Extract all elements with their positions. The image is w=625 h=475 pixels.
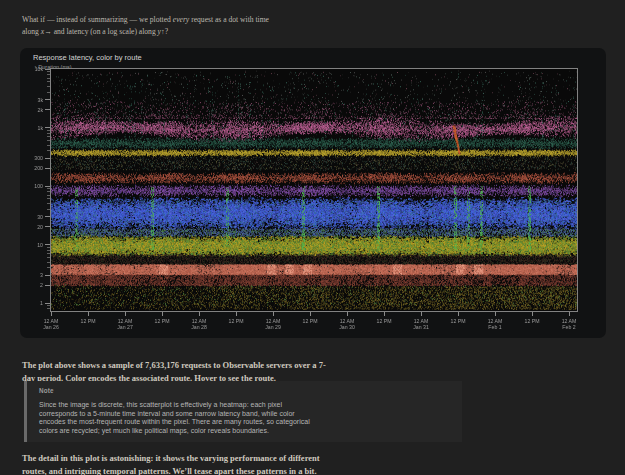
x-tick-label-line: Jan 30	[331, 324, 363, 330]
x-tick-label: 12 AMJan 28	[183, 318, 215, 330]
x-tick-label: 12 AMJan 26	[35, 318, 67, 330]
x-tick-label-line: 12 AM	[479, 318, 511, 324]
y-tick-label: 1	[40, 300, 43, 306]
y-tick-mark	[45, 275, 50, 276]
y-tick-minor-mark	[47, 188, 50, 189]
y-tick-minor-mark	[47, 250, 50, 251]
intro-text: What if — instead of summarizing — we pl…	[22, 15, 173, 24]
paragraph-line: routes, and intriguing temporal patterns…	[22, 465, 442, 475]
x-tick-label-line: Jan 29	[257, 324, 289, 330]
y-tick-minor-mark	[47, 86, 50, 87]
note-body: Since the image is discrete, this scatte…	[39, 401, 452, 435]
y-tick-label: 3	[40, 272, 43, 278]
y-tick-label: 300	[34, 155, 43, 161]
y-tick-label: 3k	[38, 97, 43, 103]
y-tick-mark	[45, 303, 50, 304]
y-tick-minor-mark	[47, 92, 50, 93]
y-tick-label: 2	[40, 282, 43, 288]
y-tick-minor-mark	[47, 130, 50, 131]
x-tick-label-line: 12 AM	[183, 318, 215, 324]
x-tick-mark	[569, 312, 570, 316]
y-tick-mark	[45, 244, 50, 245]
x-tick-label: 12 AMJan 27	[109, 318, 141, 330]
latency-scatterplot-canvas[interactable]	[51, 69, 577, 311]
x-tick-label: 12 AMJan 30	[331, 318, 363, 330]
x-tick-mark	[384, 312, 385, 316]
x-tick-label-line: Jan 26	[35, 324, 67, 330]
x-tick-label-line: Jan 31	[405, 324, 437, 330]
x-tick-label-line: 12 PM	[146, 318, 178, 324]
y-tick-minor-mark	[47, 145, 50, 146]
x-tick-label: 12 AMJan 29	[257, 318, 289, 330]
x-tick-label: 12 PM	[294, 318, 326, 324]
y-tick-label: 1k	[38, 125, 43, 131]
detail-paragraph: The detail in this plot is astonishing: …	[22, 452, 442, 475]
x-tick-label-line: 12 PM	[294, 318, 326, 324]
y-tick-mark	[45, 168, 50, 169]
x-tick-label-line: 12 AM	[331, 318, 363, 324]
x-tick-label: 12 PM	[72, 318, 104, 324]
x-tick-mark	[51, 312, 52, 316]
y-tick-minor-mark	[47, 203, 50, 204]
y-tick-minor-mark	[47, 262, 50, 263]
y-tick-mark	[45, 127, 50, 128]
x-tick-mark	[421, 312, 422, 316]
intro-text: → and latency (on a log scale) along	[44, 27, 157, 36]
note-callout: Note Since the image is discrete, this s…	[24, 381, 462, 442]
x-tick-mark	[162, 312, 163, 316]
y-tick-minor-mark	[47, 253, 50, 254]
intro-emphasis: every	[173, 15, 189, 24]
y-tick-minor-mark	[47, 195, 50, 196]
paragraph-line: The plot above shows a sample of 7,633,1…	[22, 359, 442, 372]
chart-title: Response latency, color by route	[33, 53, 142, 62]
y-tick-label: 30	[37, 214, 43, 220]
x-tick-mark	[273, 312, 274, 316]
x-tick-label-line: 12 PM	[220, 318, 252, 324]
x-tick-mark	[199, 312, 200, 316]
y-tick-minor-mark	[47, 209, 50, 210]
y-tick-mark	[45, 186, 50, 187]
x-tick-mark	[125, 312, 126, 316]
plot-area: 10k3k2k1k300200100302010321 12 AMJan 261…	[50, 68, 578, 312]
y-tick-minor-mark	[47, 133, 50, 134]
x-tick-label: 12 PM	[146, 318, 178, 324]
y-tick-mark	[45, 158, 50, 159]
article-page: What if — instead of summarizing — we pl…	[0, 0, 625, 475]
x-tick-mark	[532, 312, 533, 316]
x-tick-mark	[347, 312, 348, 316]
x-tick-label-line: 12 AM	[553, 318, 585, 324]
y-tick-mark	[45, 285, 50, 286]
note-line: corresponds to a 5-minute time interval …	[39, 410, 452, 419]
x-tick-label-line: 12 AM	[405, 318, 437, 324]
x-tick-mark	[458, 312, 459, 316]
x-tick-label: 12 PM	[442, 318, 474, 324]
note-line: Since the image is discrete, this scatte…	[39, 401, 452, 410]
x-tick-label-line: 12 AM	[35, 318, 67, 324]
intro-text: ↑?	[161, 27, 168, 36]
y-tick-label: 10	[37, 242, 43, 248]
y-tick-minor-mark	[47, 136, 50, 137]
x-tick-mark	[236, 312, 237, 316]
y-tick-minor-mark	[47, 308, 50, 309]
x-tick-label: 12 AMFeb 1	[479, 318, 511, 330]
y-tick-mark	[45, 226, 50, 227]
x-tick-label: 12 PM	[220, 318, 252, 324]
intro-text: along	[22, 27, 41, 36]
y-tick-minor-mark	[47, 140, 50, 141]
x-tick-label: 12 AMJan 31	[405, 318, 437, 330]
note-title: Note	[39, 387, 452, 394]
x-tick-label: 12 PM	[516, 318, 548, 324]
x-tick-mark	[495, 312, 496, 316]
x-tick-label-line: 12 PM	[72, 318, 104, 324]
y-tick-minor-mark	[47, 74, 50, 75]
y-tick-minor-mark	[47, 150, 50, 151]
y-tick-mark	[45, 109, 50, 110]
y-tick-minor-mark	[47, 71, 50, 72]
y-tick-label: 20	[37, 224, 43, 230]
y-tick-mark	[45, 99, 50, 100]
x-tick-label-line: Feb 1	[479, 324, 511, 330]
x-tick-mark	[88, 312, 89, 316]
x-axis-ticks: 12 AMJan 2612 PM12 AMJan 2712 PM12 AMJan…	[51, 311, 577, 337]
x-tick-label-line: Jan 27	[109, 324, 141, 330]
note-line: colors are recycled; yet much like polit…	[39, 427, 452, 436]
